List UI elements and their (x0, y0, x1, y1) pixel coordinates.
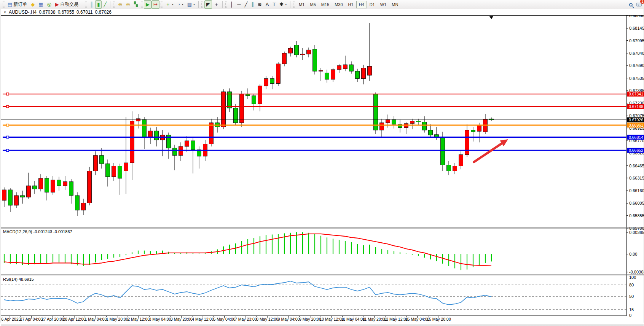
periods-button[interactable]: ◔▾ (175, 0, 185, 9)
candle-body (81, 203, 86, 210)
new-order-button[interactable]: ▤新订单 (6, 0, 29, 9)
candle-body (362, 68, 366, 79)
candle-body (51, 180, 55, 192)
text-icon: A (266, 2, 269, 7)
chart-shift-icon: ↦ (153, 2, 158, 7)
chart-canvas: 0.683000.681450.679950.678400.676900.675… (1, 16, 644, 322)
fibonacci-button[interactable]: ≋ (256, 0, 264, 9)
candle-body (148, 131, 153, 137)
bar-chart-button[interactable]: ║ (88, 0, 95, 9)
time-tick-label: 15 May 20:00 (427, 317, 451, 321)
candle-body (234, 108, 238, 123)
pane-separator-2[interactable] (1, 274, 644, 275)
indicators-icon: ＋ (166, 2, 171, 7)
rsi-pane: RSI(14) 48.6915 (1, 277, 626, 310)
hline-resistance-2[interactable]: 0.67188 (3, 104, 644, 109)
search-icon[interactable] (629, 3, 633, 6)
indicators-button[interactable]: ＋▾ (164, 0, 175, 9)
hline-support-1[interactable]: 0.66814 (3, 135, 644, 140)
candle-body (422, 122, 427, 130)
candle-body (416, 121, 421, 122)
dropdown-arrow-icon[interactable]: ▾ (172, 3, 174, 6)
candle-body (173, 148, 177, 155)
timeframe-m15-button[interactable]: M15 (319, 1, 332, 8)
ohlc-open: 0.67038 (39, 10, 55, 15)
timeframe-m30-button[interactable]: M30 (332, 1, 345, 8)
timeframe-d1-button[interactable]: D1 (367, 1, 378, 8)
candle-body (295, 45, 299, 55)
dropdown-arrow-icon[interactable]: ▾ (182, 3, 183, 6)
time-tick-label: 2 May 12:00 (128, 317, 150, 321)
timeframe-mn-button[interactable]: MN (389, 1, 401, 8)
timeframe-h1-button[interactable]: H1 (346, 1, 356, 8)
hline-pivot-orange[interactable]: 0.66961 (3, 122, 644, 127)
fibonacci-icon: ≋ (258, 2, 262, 7)
tile-windows-button[interactable]: ▚ (132, 0, 140, 9)
shift-marker-icon[interactable] (489, 16, 493, 19)
candle-body (179, 146, 183, 156)
candle-body (325, 73, 329, 80)
ohlc-high: 0.67055 (58, 10, 74, 15)
horizontal-line-button[interactable]: ─ (235, 0, 242, 9)
zoom-out-button[interactable]: ⊖ (124, 0, 132, 9)
chart-shift-button[interactable]: ↦ (151, 0, 159, 9)
candle-body (75, 196, 80, 210)
cursor-icon: ◤ (206, 2, 210, 7)
zoom-in-icon: ⊕ (118, 2, 122, 7)
hline-resistance-1[interactable]: 0.67341 (3, 92, 644, 97)
signals-icon[interactable]: ◎ (45, 0, 53, 9)
candle-body (124, 163, 128, 171)
status-strip (1, 324, 644, 326)
hline-support-2[interactable]: 0.66652 (3, 148, 644, 153)
alert-horn-icon-icon: ◆ (31, 2, 35, 7)
bar-chart-icon: ║ (90, 2, 93, 7)
vertical-line-button[interactable]: │ (228, 0, 235, 9)
time-axis[interactable]: 26 Apr 202327 Apr 04:0027 Apr 20:0028 Ap… (1, 316, 626, 321)
time-tick-label: 11 May 20:00 (363, 317, 387, 321)
candle-body (410, 121, 414, 123)
crosshair-button[interactable]: ＋ (212, 0, 221, 9)
candle-body (441, 137, 445, 165)
line-chart-button[interactable]: ╱ (102, 0, 108, 9)
candle-body (118, 166, 122, 178)
dropdown-arrow-icon[interactable]: ▾ (285, 3, 287, 6)
timeframe-m1-button[interactable]: M1 (296, 1, 307, 8)
chat-button[interactable]: 1 (636, 1, 642, 8)
candle-body (57, 180, 61, 186)
alert-horn-icon[interactable]: ◆ (29, 0, 37, 9)
rsi-scale-label: 100 (629, 275, 636, 280)
new-order-icon: ▤ (8, 2, 12, 7)
candle-body (289, 48, 293, 53)
auto-scroll-button[interactable]: ▶ (144, 0, 151, 9)
timeframe-m5-button[interactable]: M5 (307, 1, 318, 8)
market-watch-icon[interactable]: ▦ (37, 0, 45, 9)
hline-handle (6, 93, 9, 95)
candle-body (155, 131, 159, 140)
arrows-button[interactable]: ✱▾ (277, 0, 289, 9)
timeframe-w1-button[interactable]: W1 (378, 1, 389, 8)
candle-body (21, 196, 25, 197)
chevron-down-icon[interactable]: ▼ (3, 11, 6, 14)
candle-body (453, 166, 457, 171)
cursor-button[interactable]: ◤ (204, 0, 212, 9)
templates-button[interactable]: ▧▾ (185, 0, 197, 9)
vertical-line-icon: │ (230, 2, 233, 7)
trendline-button[interactable]: ╱ (242, 0, 249, 9)
time-tick-label: 26 Apr 2023 (1, 317, 21, 321)
timeframe-h4-button[interactable]: H4 (356, 1, 367, 8)
dropdown-arrow-icon[interactable]: ▾ (193, 3, 195, 6)
price-axis[interactable]: 0.683000.681450.679950.678400.676900.675… (626, 16, 644, 318)
pane-separator-1[interactable] (1, 227, 644, 228)
candle-body (319, 70, 323, 71)
candle-body (252, 96, 256, 104)
autotrading-button[interactable]: ▶自动交易 (53, 0, 80, 9)
candlestick-chart-icon: ▮ (97, 2, 100, 7)
zoom-in-button[interactable]: ⊕ (116, 0, 124, 9)
text-button[interactable]: A (264, 0, 271, 9)
text-label-button[interactable]: T (271, 0, 277, 9)
candle-body (142, 119, 147, 137)
candlestick-chart-button[interactable]: ▮ (95, 0, 102, 9)
equidistant-channel-button[interactable]: ∥ (249, 0, 256, 9)
candle-body (63, 182, 67, 186)
candle-body (471, 130, 475, 132)
